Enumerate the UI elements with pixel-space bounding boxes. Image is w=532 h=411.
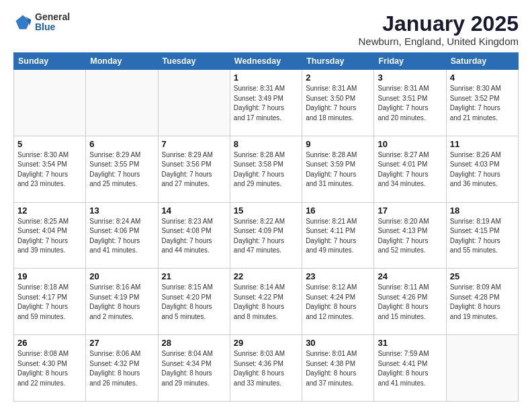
table-row: 27Sunrise: 8:06 AM Sunset: 4:32 PM Dayli… (86, 335, 158, 402)
table-row: 16Sunrise: 8:21 AM Sunset: 4:11 PM Dayli… (302, 202, 374, 269)
day-number: 20 (89, 271, 154, 281)
calendar-week-row: 26Sunrise: 8:08 AM Sunset: 4:30 PM Dayli… (14, 335, 519, 402)
calendar-week-row: 1Sunrise: 8:31 AM Sunset: 3:49 PM Daylig… (14, 70, 519, 136)
table-row: 28Sunrise: 8:04 AM Sunset: 4:34 PM Dayli… (158, 335, 230, 402)
table-row: 31Sunrise: 7:59 AM Sunset: 4:41 PM Dayli… (374, 335, 446, 402)
table-row: 1Sunrise: 8:31 AM Sunset: 3:49 PM Daylig… (230, 70, 302, 136)
day-info: Sunrise: 8:06 AM Sunset: 4:32 PM Dayligh… (89, 349, 154, 388)
day-info: Sunrise: 7:59 AM Sunset: 4:41 PM Dayligh… (378, 349, 442, 388)
day-number: 24 (378, 271, 442, 281)
day-info: Sunrise: 8:16 AM Sunset: 4:19 PM Dayligh… (89, 283, 154, 322)
table-row: 6Sunrise: 8:29 AM Sunset: 3:55 PM Daylig… (86, 136, 158, 202)
table-row: 23Sunrise: 8:12 AM Sunset: 4:24 PM Dayli… (302, 269, 374, 335)
day-number: 11 (450, 139, 515, 149)
day-info: Sunrise: 8:27 AM Sunset: 4:01 PM Dayligh… (378, 150, 442, 189)
table-row: 18Sunrise: 8:19 AM Sunset: 4:15 PM Dayli… (446, 202, 518, 269)
day-info: Sunrise: 8:31 AM Sunset: 3:51 PM Dayligh… (378, 84, 442, 123)
day-number: 22 (234, 271, 298, 281)
table-row: 17Sunrise: 8:20 AM Sunset: 4:13 PM Dayli… (374, 202, 446, 269)
day-number: 8 (234, 139, 298, 149)
day-info: Sunrise: 8:21 AM Sunset: 4:11 PM Dayligh… (306, 217, 370, 256)
day-number: 30 (306, 338, 370, 348)
table-row: 22Sunrise: 8:14 AM Sunset: 4:22 PM Dayli… (230, 269, 302, 335)
day-number: 2 (306, 73, 370, 83)
header-monday: Monday (86, 53, 158, 70)
table-row (86, 70, 158, 136)
day-number: 15 (234, 205, 298, 216)
day-info: Sunrise: 8:11 AM Sunset: 4:26 PM Dayligh… (378, 283, 442, 322)
header-friday: Friday (374, 53, 446, 70)
calendar-subtitle: Newburn, England, United Kingdom (359, 36, 519, 47)
day-info: Sunrise: 8:14 AM Sunset: 4:22 PM Dayligh… (234, 283, 298, 322)
table-row: 9Sunrise: 8:28 AM Sunset: 3:59 PM Daylig… (302, 136, 374, 202)
day-number: 29 (234, 338, 298, 348)
calendar-title: January 2025 (359, 12, 519, 36)
logo-blue-text: Blue (35, 22, 70, 32)
table-row: 24Sunrise: 8:11 AM Sunset: 4:26 PM Dayli… (374, 269, 446, 335)
day-info: Sunrise: 8:25 AM Sunset: 4:04 PM Dayligh… (17, 217, 82, 256)
day-info: Sunrise: 8:04 AM Sunset: 4:34 PM Dayligh… (162, 349, 226, 388)
table-row (14, 70, 86, 136)
logo-icon (13, 13, 32, 32)
table-row: 29Sunrise: 8:03 AM Sunset: 4:36 PM Dayli… (230, 335, 302, 402)
day-info: Sunrise: 8:30 AM Sunset: 3:54 PM Dayligh… (17, 150, 82, 189)
day-number: 21 (162, 271, 226, 281)
table-row: 25Sunrise: 8:09 AM Sunset: 4:28 PM Dayli… (446, 269, 518, 335)
day-info: Sunrise: 8:23 AM Sunset: 4:08 PM Dayligh… (162, 217, 226, 256)
day-info: Sunrise: 8:15 AM Sunset: 4:20 PM Dayligh… (162, 283, 226, 322)
day-info: Sunrise: 8:09 AM Sunset: 4:28 PM Dayligh… (450, 283, 515, 322)
logo-text: General Blue (35, 12, 70, 33)
table-row (158, 70, 230, 136)
day-info: Sunrise: 8:28 AM Sunset: 3:59 PM Dayligh… (306, 150, 370, 189)
table-row: 21Sunrise: 8:15 AM Sunset: 4:20 PM Dayli… (158, 269, 230, 335)
day-number: 18 (450, 205, 515, 216)
day-number: 3 (378, 73, 442, 83)
table-row: 4Sunrise: 8:30 AM Sunset: 3:52 PM Daylig… (446, 70, 518, 136)
day-number: 23 (306, 271, 370, 281)
day-number: 27 (89, 338, 154, 348)
table-row: 3Sunrise: 8:31 AM Sunset: 3:51 PM Daylig… (374, 70, 446, 136)
header-wednesday: Wednesday (230, 53, 302, 70)
table-row: 30Sunrise: 8:01 AM Sunset: 4:38 PM Dayli… (302, 335, 374, 402)
day-number: 16 (306, 205, 370, 216)
day-number: 17 (378, 205, 442, 216)
day-info: Sunrise: 8:26 AM Sunset: 4:03 PM Dayligh… (450, 150, 515, 189)
table-row: 5Sunrise: 8:30 AM Sunset: 3:54 PM Daylig… (14, 136, 86, 202)
table-row: 13Sunrise: 8:24 AM Sunset: 4:06 PM Dayli… (86, 202, 158, 269)
table-row: 10Sunrise: 8:27 AM Sunset: 4:01 PM Dayli… (374, 136, 446, 202)
table-row (446, 335, 518, 402)
day-info: Sunrise: 8:31 AM Sunset: 3:50 PM Dayligh… (306, 84, 370, 123)
day-info: Sunrise: 8:01 AM Sunset: 4:38 PM Dayligh… (306, 349, 370, 388)
day-number: 12 (17, 205, 82, 216)
day-info: Sunrise: 8:29 AM Sunset: 3:56 PM Dayligh… (162, 150, 226, 189)
header-sunday: Sunday (14, 53, 86, 70)
day-number: 19 (17, 271, 82, 281)
calendar-table: Sunday Monday Tuesday Wednesday Thursday… (13, 52, 519, 402)
header: General Blue January 2025 Newburn, Engla… (13, 12, 519, 47)
day-info: Sunrise: 8:31 AM Sunset: 3:49 PM Dayligh… (234, 84, 298, 123)
calendar-week-row: 19Sunrise: 8:18 AM Sunset: 4:17 PM Dayli… (14, 269, 519, 335)
day-number: 4 (450, 73, 515, 83)
day-info: Sunrise: 8:29 AM Sunset: 3:55 PM Dayligh… (89, 150, 154, 189)
day-number: 5 (17, 139, 82, 149)
day-number: 13 (89, 205, 154, 216)
logo-general-text: General (35, 12, 70, 22)
table-row: 8Sunrise: 8:28 AM Sunset: 3:58 PM Daylig… (230, 136, 302, 202)
table-row: 15Sunrise: 8:22 AM Sunset: 4:09 PM Dayli… (230, 202, 302, 269)
day-info: Sunrise: 8:28 AM Sunset: 3:58 PM Dayligh… (234, 150, 298, 189)
day-number: 9 (306, 139, 370, 149)
calendar-week-row: 5Sunrise: 8:30 AM Sunset: 3:54 PM Daylig… (14, 136, 519, 202)
day-info: Sunrise: 8:12 AM Sunset: 4:24 PM Dayligh… (306, 283, 370, 322)
page: General Blue January 2025 Newburn, Engla… (0, 0, 532, 411)
header-tuesday: Tuesday (158, 53, 230, 70)
day-number: 25 (450, 271, 515, 281)
header-thursday: Thursday (302, 53, 374, 70)
table-row: 2Sunrise: 8:31 AM Sunset: 3:50 PM Daylig… (302, 70, 374, 136)
header-saturday: Saturday (446, 53, 518, 70)
day-number: 10 (378, 139, 442, 149)
day-number: 28 (162, 338, 226, 348)
day-number: 6 (89, 139, 154, 149)
day-number: 14 (162, 205, 226, 216)
table-row: 26Sunrise: 8:08 AM Sunset: 4:30 PM Dayli… (14, 335, 86, 402)
day-number: 31 (378, 338, 442, 348)
